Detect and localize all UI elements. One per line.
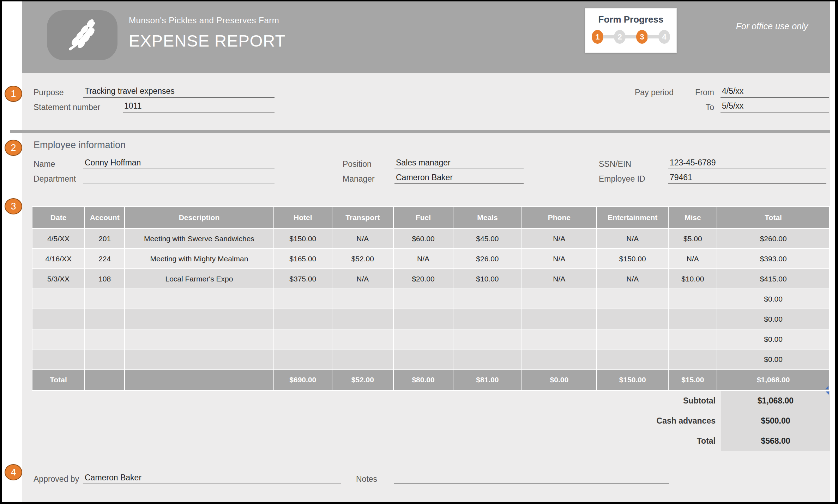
expense-cell[interactable] bbox=[453, 329, 522, 349]
expense-cell[interactable] bbox=[393, 349, 453, 369]
expense-cell[interactable]: Meeting with Swerve Sandwiches bbox=[125, 229, 274, 249]
expense-cell[interactable]: N/A bbox=[597, 269, 668, 289]
expense-cell[interactable] bbox=[597, 329, 668, 349]
expense-cell[interactable] bbox=[85, 289, 125, 309]
pay-period-to-input[interactable]: 5/5/xx bbox=[721, 101, 829, 113]
expense-cell[interactable]: $20.00 bbox=[393, 269, 453, 289]
expense-cell[interactable] bbox=[32, 349, 85, 369]
expense-cell[interactable]: $0.00 bbox=[717, 289, 830, 309]
expense-cell[interactable]: $26.00 bbox=[453, 249, 522, 269]
employee-info-section: Employee information Name Conny Hoffman … bbox=[22, 133, 830, 206]
expense-cell[interactable] bbox=[522, 309, 597, 329]
expense-cell[interactable]: $375.00 bbox=[274, 269, 332, 289]
expense-cell[interactable] bbox=[668, 349, 717, 369]
expense-cell[interactable] bbox=[597, 289, 668, 309]
department-input[interactable] bbox=[83, 173, 275, 183]
expense-cell[interactable] bbox=[668, 329, 717, 349]
expense-cell[interactable] bbox=[393, 309, 453, 329]
expense-cell[interactable]: $10.00 bbox=[668, 269, 717, 289]
expense-cell[interactable]: $0.00 bbox=[717, 329, 830, 349]
department-label: Department bbox=[34, 174, 76, 184]
expense-cell[interactable]: N/A bbox=[332, 269, 393, 289]
company-name: Munson's Pickles and Preserves Farm bbox=[129, 16, 285, 25]
expense-cell[interactable]: $0.00 bbox=[717, 309, 830, 329]
pay-period-from-input[interactable]: 4/5/xx bbox=[721, 86, 829, 98]
expense-cell[interactable] bbox=[522, 289, 597, 309]
purpose-input[interactable]: Tracking travel expenses bbox=[83, 86, 275, 98]
section-1-badge: 1 bbox=[5, 86, 22, 102]
expense-report-sheet: 1 2 3 4 Munson's Pickles and Preserves F… bbox=[2, 1, 835, 502]
expense-cell[interactable] bbox=[125, 309, 274, 329]
expense-cell[interactable] bbox=[274, 329, 332, 349]
expense-cell[interactable] bbox=[274, 309, 332, 329]
expense-cell[interactable]: Meeting with Mighty Mealman bbox=[125, 249, 274, 269]
expense-cell[interactable]: $393.00 bbox=[717, 249, 830, 269]
expense-cell[interactable]: $52.00 bbox=[332, 249, 393, 269]
expense-cell[interactable]: N/A bbox=[522, 229, 597, 249]
expense-cell[interactable] bbox=[32, 329, 85, 349]
expense-cell[interactable] bbox=[32, 309, 85, 329]
expense-cell[interactable] bbox=[332, 309, 393, 329]
expense-cell[interactable] bbox=[393, 289, 453, 309]
statement-number-input[interactable]: 1011 bbox=[123, 101, 275, 113]
summary-label: Total bbox=[697, 436, 716, 446]
expense-cell[interactable] bbox=[85, 349, 125, 369]
section-2-number: 2 bbox=[11, 142, 16, 153]
expense-cell[interactable]: $150.00 bbox=[597, 249, 668, 269]
expense-cell[interactable] bbox=[125, 329, 274, 349]
expense-cell[interactable]: N/A bbox=[332, 229, 393, 249]
expense-cell[interactable] bbox=[85, 329, 125, 349]
expense-cell[interactable] bbox=[393, 329, 453, 349]
expense-cell[interactable]: 108 bbox=[85, 269, 125, 289]
expense-cell[interactable] bbox=[85, 309, 125, 329]
expense-cell[interactable]: $150.00 bbox=[274, 229, 332, 249]
expense-cell[interactable] bbox=[453, 289, 522, 309]
expense-cell[interactable] bbox=[668, 289, 717, 309]
notes-input[interactable] bbox=[394, 473, 669, 484]
employee-id-input[interactable]: 79461 bbox=[668, 173, 826, 184]
expense-cell[interactable]: N/A bbox=[522, 269, 597, 289]
expense-cell[interactable] bbox=[332, 349, 393, 369]
name-input[interactable]: Conny Hoffman bbox=[83, 158, 275, 169]
manager-input[interactable]: Cameron Baker bbox=[394, 173, 524, 184]
expense-cell[interactable]: $0.00 bbox=[717, 349, 830, 369]
expense-cell[interactable] bbox=[125, 349, 274, 369]
expense-cell[interactable]: N/A bbox=[393, 249, 453, 269]
expense-cell[interactable] bbox=[32, 289, 85, 309]
expense-cell[interactable]: $5.00 bbox=[668, 229, 717, 249]
expense-cell[interactable] bbox=[332, 289, 393, 309]
expense-cell[interactable]: 201 bbox=[85, 229, 125, 249]
expense-cell[interactable]: $10.00 bbox=[453, 269, 522, 289]
expense-cell[interactable]: N/A bbox=[522, 249, 597, 269]
expense-cell[interactable]: Local Farmer's Expo bbox=[125, 269, 274, 289]
expense-cell[interactable] bbox=[274, 349, 332, 369]
expense-cell[interactable] bbox=[668, 309, 717, 329]
expense-cell[interactable]: 4/5/XX bbox=[32, 229, 85, 249]
expense-cell[interactable] bbox=[274, 289, 332, 309]
expense-cell[interactable] bbox=[453, 349, 522, 369]
expense-cell[interactable]: $415.00 bbox=[717, 269, 830, 289]
expense-cell[interactable]: 5/3/XX bbox=[32, 269, 85, 289]
total-row-cell: $52.00 bbox=[332, 369, 393, 390]
expense-cell[interactable] bbox=[522, 329, 597, 349]
ssn-input[interactable]: 123-45-6789 bbox=[668, 158, 826, 169]
expense-cell[interactable]: $45.00 bbox=[453, 229, 522, 249]
expense-cell[interactable]: $165.00 bbox=[274, 249, 332, 269]
expense-cell[interactable]: $260.00 bbox=[717, 229, 830, 249]
expense-cell[interactable] bbox=[522, 349, 597, 369]
expense-cell[interactable]: N/A bbox=[597, 229, 668, 249]
expense-cell[interactable]: N/A bbox=[668, 249, 717, 269]
approved-by-input[interactable]: Cameron Baker bbox=[83, 473, 341, 484]
expense-cell[interactable] bbox=[597, 349, 668, 369]
expense-cell[interactable]: 4/16/XX bbox=[32, 249, 85, 269]
expense-cell[interactable] bbox=[597, 309, 668, 329]
expense-cell[interactable] bbox=[125, 289, 274, 309]
expense-cell[interactable] bbox=[332, 329, 393, 349]
expense-cell[interactable]: 224 bbox=[85, 249, 125, 269]
expense-cell[interactable]: $60.00 bbox=[393, 229, 453, 249]
position-input[interactable]: Sales manager bbox=[394, 158, 524, 169]
company-logo bbox=[47, 10, 117, 60]
expense-cell[interactable] bbox=[453, 309, 522, 329]
form-progress-title: Form Progress bbox=[598, 14, 664, 25]
summary-value: $1,068.00 bbox=[721, 391, 830, 411]
